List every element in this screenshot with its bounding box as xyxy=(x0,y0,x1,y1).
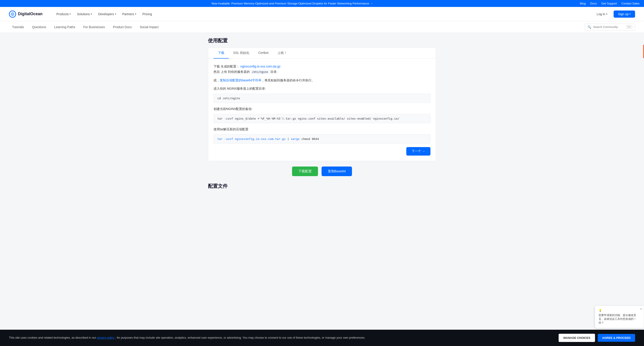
signup-button[interactable]: Sign up ▾ xyxy=(614,10,635,18)
copy-base64-link[interactable]: 复制压缩配置的base64字符串 xyxy=(220,78,262,82)
copy-base64-button[interactable]: 复制Base64 xyxy=(322,167,352,176)
community-nav: Tutorials Questions Learning Paths For B… xyxy=(0,21,644,33)
docs-link[interactable]: Docs xyxy=(590,2,597,5)
tab-ssl[interactable]: SSL 初始化 xyxy=(229,48,254,58)
logo[interactable]: DigitalOcean xyxy=(9,10,42,18)
next-btn-row: 下一个 → xyxy=(214,147,430,156)
download-intro-text: 下载 生成的配置： nginxconfig.io-xxx.com.tar.gz … xyxy=(214,64,430,75)
community-nav-product-docs[interactable]: Product Docs xyxy=(110,24,135,30)
nav-solutions[interactable]: Solutions ▾ xyxy=(74,10,94,18)
nav-items: Products ▾ Solutions ▾ Developers ▾ Part… xyxy=(54,10,586,18)
community-nav-questions[interactable]: Questions xyxy=(29,24,49,30)
download-config-link[interactable]: nginxconfig.io-xxx.com.tar.gz xyxy=(240,65,281,68)
action-buttons: 下载配置 复制Base64 xyxy=(208,167,436,176)
login-button[interactable]: Log in ▾ xyxy=(593,10,611,18)
announcement-links: Blog Docs Get Support Contact Sales xyxy=(580,2,640,5)
community-nav-tutorials[interactable]: Tutorials xyxy=(9,24,27,30)
nav-right: Log in ▾ Sign up ▾ xyxy=(593,10,635,18)
community-nav-learning-paths[interactable]: Learning Paths xyxy=(51,24,78,30)
tab-card: 下载 SSL 初始化 Certbot 上线！ 下载 生成的配置： nginxco… xyxy=(208,48,436,161)
search-icon: 🔍 xyxy=(588,25,591,29)
tab-body: 下载 生成的配置： nginxconfig.io-xxx.com.tar.gz … xyxy=(208,58,436,161)
tab-download[interactable]: 下载 xyxy=(214,48,229,58)
logo-icon xyxy=(9,10,16,18)
community-nav-for-businesses[interactable]: For Businesses xyxy=(80,24,108,30)
code-block-1: cd /etc/nginx xyxy=(214,94,430,103)
search-input[interactable] xyxy=(593,25,624,29)
chevron-down-icon: ▾ xyxy=(135,13,136,15)
extract-label: 使用tar解压新的压缩配置 xyxy=(214,127,430,132)
next-button[interactable]: 下一个 → xyxy=(406,147,430,156)
nav-products[interactable]: Products ▾ xyxy=(54,10,73,18)
svg-point-1 xyxy=(12,14,13,14)
contact-sales-link[interactable]: Contact Sales xyxy=(622,2,640,5)
copy-intro-text: 或，复制压缩配置的base64字符串，将其粘贴到服务器的命令行并执行。 xyxy=(214,78,430,83)
get-support-link[interactable]: Get Support xyxy=(601,2,617,5)
chevron-down-icon: ▾ xyxy=(630,13,630,15)
backup-label: 创建当前NGINX配置的备份: xyxy=(214,106,430,112)
blog-link[interactable]: Blog xyxy=(580,2,586,5)
chevron-down-icon: ▾ xyxy=(606,13,607,15)
scroll-indicator xyxy=(643,45,644,58)
community-nav-social-impact[interactable]: Social Impact xyxy=(137,24,162,30)
code-block-2: tar -czvf nginx_$(date +'%F_%H-%M-%S').t… xyxy=(214,114,430,123)
upload-path-code: /etc/nginx xyxy=(251,70,270,74)
chevron-down-icon: ▾ xyxy=(115,13,116,15)
tab-golive[interactable]: 上线！ xyxy=(273,48,291,58)
chevron-down-icon: ▾ xyxy=(70,13,71,15)
announcement-text[interactable]: Now Available: Premium Memory-Optimized … xyxy=(4,2,580,5)
logo-text: DigitalOcean xyxy=(18,12,42,16)
chevron-down-icon: ▾ xyxy=(91,13,92,15)
config-heading: 配置文件 xyxy=(208,183,436,190)
nginx-dir-label: 进入你的 NGINX服务器上的配置目录: xyxy=(214,86,430,91)
nav-partners[interactable]: Partners ▾ xyxy=(120,10,139,18)
nav-pricing[interactable]: Pricing xyxy=(140,10,155,18)
community-search[interactable]: 🔍 ⌘K xyxy=(584,24,635,30)
page-content: 使用配置 下载 SSL 初始化 Certbot 上线！ 下载 生成的配置： ng… xyxy=(199,33,445,194)
section-heading: 使用配置 xyxy=(208,37,436,44)
tab-certbot[interactable]: Certbot xyxy=(254,48,273,58)
keyboard-icon: ⌘K xyxy=(626,25,632,29)
nav-developers[interactable]: Developers ▾ xyxy=(96,10,119,18)
code-block-3: tar -xzvf nginxconfig.io-xxx.com.tar.gz … xyxy=(214,134,430,143)
tab-header: 下载 SSL 初始化 Certbot 上线！ xyxy=(208,48,436,58)
download-config-button[interactable]: 下载配置 xyxy=(292,167,318,176)
main-nav: DigitalOcean Products ▾ Solutions ▾ Deve… xyxy=(0,7,644,21)
announcement-bar: Now Available: Premium Memory-Optimized … xyxy=(0,0,644,7)
